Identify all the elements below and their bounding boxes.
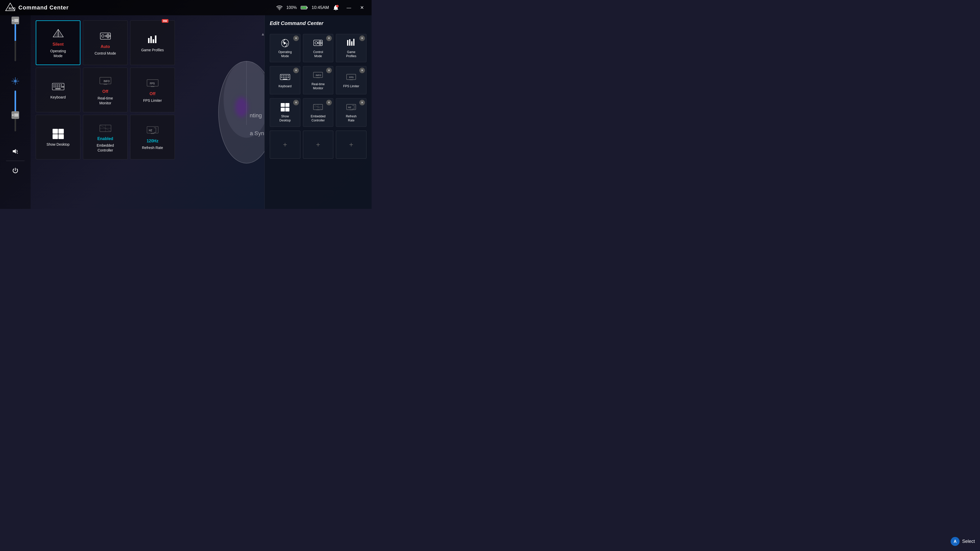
edit-grid-row4: + + + (270, 130, 366, 159)
title-buttons: — ✕ (344, 3, 366, 12)
svg-rect-41 (59, 84, 60, 86)
edit-tile-label-refresh-rate: RefreshRate (346, 114, 356, 122)
svg-point-30 (109, 35, 110, 37)
tile-label-operating-mode: OperatingMode (50, 49, 66, 58)
add-tile-1[interactable]: + (270, 130, 301, 159)
svg-rect-85 (286, 77, 287, 78)
edit-tile-close-show-desktop[interactable]: ✕ (293, 100, 299, 105)
svg-rect-93 (349, 79, 353, 80)
tile-status-operating-mode: Silent (52, 42, 64, 47)
crosshair-icon[interactable] (11, 76, 20, 86)
tile-label-refresh-rate: Refresh Rate (142, 145, 163, 150)
edit-tile-close-fps-limiter[interactable]: ✕ (360, 68, 365, 73)
svg-rect-47 (61, 86, 64, 87)
edit-tile-control-mode[interactable]: ✕ ControlMode (303, 34, 334, 62)
grid-row-2: Keyboard INFO Off Real-timeMonitor (36, 68, 176, 112)
svg-text:FPS: FPS (150, 82, 155, 85)
edit-tile-label-realtime-monitor: Real-timeMonitor (312, 83, 325, 90)
svg-point-29 (107, 34, 109, 35)
edit-tile-fps-limiter[interactable]: ✕ FPS FPS Limiter (336, 66, 366, 94)
wifi-icon (277, 5, 283, 10)
edit-tile-icon-refresh-rate: HZ (346, 102, 356, 113)
edit-tile-realtime-monitor[interactable]: ✕ INFO Real-timeMonitor (303, 66, 334, 94)
edit-tile-refresh-rate[interactable]: ✕ HZ RefreshRate (336, 98, 366, 127)
svg-rect-35 (153, 39, 154, 43)
edit-tile-icon-game-profiles (346, 38, 356, 48)
tile-operating-mode[interactable]: 9W Silent OperatingMode (36, 21, 80, 65)
tile-icon-fps-limiter: FPS (146, 77, 159, 89)
svg-point-6 (336, 5, 339, 7)
svg-rect-105 (349, 110, 353, 110)
svg-rect-79 (285, 75, 286, 76)
notification-icon[interactable] (333, 5, 339, 11)
edit-tile-embedded-controller[interactable]: ✕ EmbeddedController (303, 98, 334, 127)
tile-status-refresh-rate: 120Hz (146, 139, 158, 143)
svg-rect-84 (285, 77, 286, 78)
system-info: 100% 10:45AM (277, 5, 339, 11)
add-tile-3[interactable]: + (336, 130, 366, 159)
edit-tile-keyboard[interactable]: ✕ (270, 66, 301, 94)
edit-tile-label-operating-mode: OperatingMode (278, 50, 292, 58)
slider-thumb-icon2 (14, 113, 19, 117)
tile-realtime-monitor[interactable]: INFO Off Real-timeMonitor (83, 68, 127, 112)
edit-tile-close-keyboard[interactable]: ✕ (293, 68, 299, 73)
svg-rect-39 (55, 84, 56, 86)
svg-text:HZ: HZ (149, 129, 152, 132)
top-slider-thumb[interactable] (11, 17, 19, 24)
volume-icon[interactable] (11, 147, 20, 156)
svg-point-32 (105, 35, 107, 37)
tile-status-embedded-controller: Enabled (97, 137, 113, 141)
tile-embedded-controller[interactable]: Enabled EmbeddedController (83, 115, 127, 159)
add-tile-2[interactable]: + (303, 130, 334, 159)
tile-icon-control-mode (99, 30, 112, 42)
edit-tile-close-refresh-rate[interactable]: ✕ (360, 100, 365, 105)
edit-grid-row1: ✕ OperatingMode ✕ (270, 34, 366, 62)
bottom-slider-track (14, 91, 16, 131)
bottom-slider-thumb[interactable] (11, 111, 19, 119)
minimize-button[interactable]: — (344, 4, 354, 12)
svg-point-2 (279, 10, 280, 10)
tile-keyboard[interactable]: Keyboard (36, 68, 80, 112)
tile-show-desktop[interactable]: Show Desktop (36, 115, 80, 159)
bottom-slider-container (14, 91, 16, 141)
edit-tile-close-realtime-monitor[interactable]: ✕ (326, 68, 332, 73)
edit-tile-close-operating-mode[interactable]: ✕ (293, 35, 299, 41)
edit-tile-game-profiles[interactable]: ✕ GameProfiles (336, 34, 366, 62)
tile-label-fps-limiter: FPS Limiter (143, 98, 162, 103)
tile-refresh-rate[interactable]: HZ 120Hz Refresh Rate (130, 115, 175, 159)
edit-tile-close-embedded-controller[interactable]: ✕ (326, 100, 332, 105)
tile-control-mode[interactable]: Auto Control Mode (83, 21, 127, 65)
main-content: nting a Sync 9W (30, 15, 372, 209)
svg-rect-86 (288, 77, 289, 78)
svg-rect-90 (316, 77, 320, 78)
tile-label-keyboard: Keyboard (51, 95, 66, 100)
close-button[interactable]: ✕ (358, 3, 366, 12)
tile-game-profiles[interactable]: Game Profiles (130, 21, 175, 65)
svg-text:ROG: ROG (9, 7, 15, 11)
edit-tile-operating-mode[interactable]: ✕ OperatingMode (270, 34, 301, 62)
svg-rect-5 (301, 6, 306, 9)
edit-tile-close-control-mode[interactable]: ✕ (326, 35, 332, 41)
power-icon[interactable] (11, 166, 20, 175)
svg-rect-75 (353, 39, 355, 46)
tile-icon-embedded-controller (99, 122, 112, 135)
svg-rect-45 (57, 86, 58, 87)
svg-point-28 (102, 35, 104, 37)
svg-text:INFO: INFO (103, 80, 110, 83)
svg-point-68 (319, 41, 321, 42)
edit-tile-icon-operating-mode (280, 38, 290, 48)
tile-label-show-desktop: Show Desktop (46, 142, 69, 147)
svg-text:FPS: FPS (349, 76, 354, 79)
svg-rect-51 (103, 84, 107, 85)
edit-tile-label-show-desktop: ShowDesktop (280, 114, 291, 122)
tile-label-control-mode: Control Mode (94, 51, 116, 56)
time-display: 10:45AM (312, 5, 329, 10)
svg-rect-95 (285, 103, 290, 107)
tile-fps-limiter[interactable]: FPS Off FPS Limiter (130, 68, 175, 112)
edit-tile-show-desktop[interactable]: ✕ ShowDesktop (270, 98, 301, 127)
edit-panel-title: Edit Command Center (270, 21, 366, 29)
svg-marker-18 (13, 149, 16, 154)
edit-tile-close-game-profiles[interactable]: ✕ (360, 35, 365, 41)
app-window: ROG Command Center 100% (0, 0, 372, 209)
svg-rect-46 (59, 86, 60, 87)
